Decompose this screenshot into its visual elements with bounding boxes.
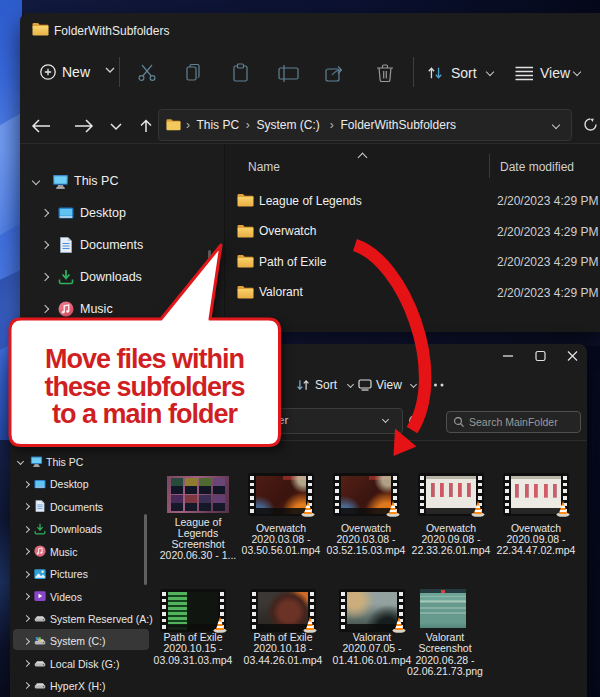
svg-text:New: New [62,64,91,80]
